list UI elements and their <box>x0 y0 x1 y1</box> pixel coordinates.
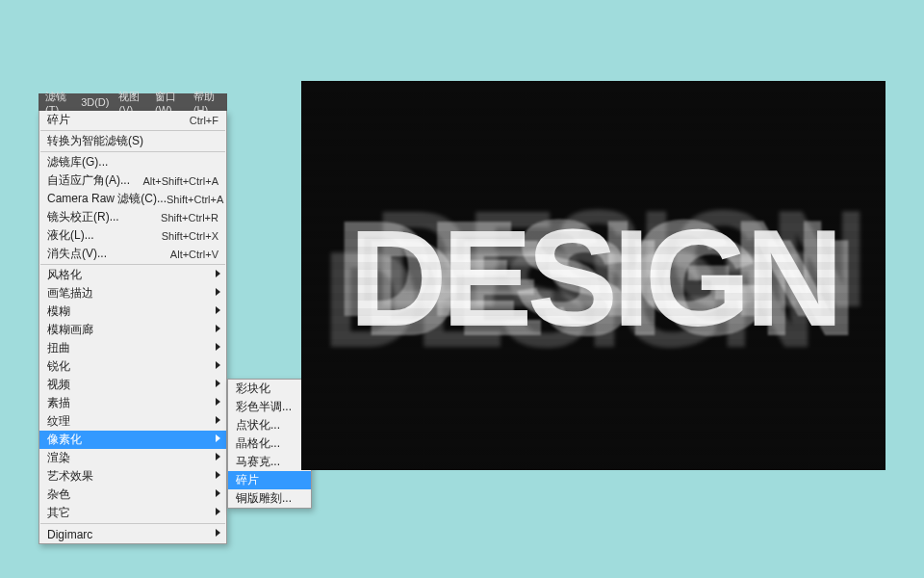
menu-item-label: 素描 <box>47 395 218 411</box>
menu-item[interactable]: 模糊画廊 <box>39 321 226 339</box>
menu-item-label: 画笔描边 <box>47 285 218 302</box>
menu-item[interactable]: Camera Raw 滤镜(C)...Shift+Ctrl+A <box>39 190 226 208</box>
chevron-right-icon <box>216 416 220 424</box>
chevron-right-icon <box>216 529 220 537</box>
menu-item[interactable]: 模糊 <box>39 302 226 321</box>
menu-item[interactable]: 杂色 <box>39 486 226 504</box>
menu-item-label: 扭曲 <box>47 340 218 356</box>
menu-item[interactable]: 液化(L)...Shift+Ctrl+X <box>39 226 226 245</box>
chevron-right-icon <box>216 398 220 406</box>
menu-item[interactable]: 其它 <box>39 504 226 522</box>
menu-item-label: 渲染 <box>47 450 218 466</box>
menu-item-shortcut: Ctrl+F <box>190 115 218 126</box>
canvas-text-ghost: DESIGN <box>362 209 851 367</box>
submenu-item-label: 铜版雕刻... <box>236 490 303 507</box>
menu-item[interactable]: 纹理 <box>39 412 226 431</box>
submenu-item[interactable]: 彩块化 <box>228 380 311 398</box>
menu-item-label: 消失点(V)... <box>47 246 170 262</box>
menu-item-label: 锐化 <box>47 358 218 375</box>
menu-item-shortcut: Shift+Ctrl+X <box>162 230 218 242</box>
submenu-item[interactable]: 晶格化... <box>228 434 311 453</box>
filter-dropdown: 碎片Ctrl+F转换为智能滤镜(S)滤镜库(G)...自适应广角(A)...Al… <box>38 111 227 544</box>
menu-item[interactable]: 自适应广角(A)...Alt+Shift+Ctrl+A <box>39 171 226 190</box>
menu-item[interactable]: 画笔描边 <box>39 284 226 302</box>
menu-separator <box>40 264 225 265</box>
menu-item-label: 其它 <box>47 505 218 521</box>
menu-item-label: 碎片 <box>47 112 190 128</box>
menu-separator <box>40 151 225 152</box>
canvas-text-ghost: DESIGN <box>335 190 824 348</box>
canvas-text-ghost: DESIGN <box>373 180 862 338</box>
menu-item-label: 自适应广角(A)... <box>47 172 142 189</box>
menu-item[interactable]: 镜头校正(R)...Shift+Ctrl+R <box>39 208 226 226</box>
menu-item-label: 模糊 <box>47 303 218 320</box>
menu-item[interactable]: 像素化 <box>39 431 226 449</box>
submenu-item[interactable]: 点状化... <box>228 416 311 434</box>
menu-item[interactable]: 风格化 <box>39 266 226 284</box>
menu-item[interactable]: 渲染 <box>39 449 226 467</box>
menu-item[interactable]: 素描 <box>39 394 226 412</box>
menu-item-label: 艺术效果 <box>47 468 218 485</box>
chevron-right-icon <box>216 361 220 369</box>
menu-item[interactable]: 扭曲 <box>39 339 226 357</box>
menu-item-label: Camera Raw 滤镜(C)... <box>47 191 167 207</box>
menu-separator <box>40 130 225 131</box>
chevron-right-icon <box>216 270 220 277</box>
chevron-right-icon <box>216 380 220 387</box>
pixelate-submenu: 彩块化彩色半调...点状化...晶格化...马赛克...碎片铜版雕刻... <box>227 379 312 509</box>
submenu-item-label: 彩色半调... <box>236 399 303 415</box>
menu-separator <box>40 523 225 524</box>
chevron-right-icon <box>216 288 220 296</box>
submenu-item-label: 彩块化 <box>236 381 303 397</box>
menu-item[interactable]: 艺术效果 <box>39 467 226 486</box>
menu-item-shortcut: Shift+Ctrl+A <box>167 194 223 205</box>
app-menubar: 滤镜(T) 3D(D) 视图(V) 窗口(W) 帮助(H) <box>38 93 227 111</box>
menu-item[interactable]: 滤镜库(G)... <box>39 153 226 171</box>
chevron-right-icon <box>216 489 220 497</box>
chevron-right-icon <box>216 325 220 332</box>
menu-item-shortcut: Alt+Ctrl+V <box>170 249 218 260</box>
menu-item[interactable]: 转换为智能滤镜(S) <box>39 132 226 150</box>
submenu-item[interactable]: 铜版雕刻... <box>228 489 311 508</box>
menu-item-shortcut: Shift+Ctrl+R <box>161 212 218 223</box>
document-canvas: DESIGN DESIGN DESIGN DESIGN DESIGN <box>301 81 886 470</box>
chevron-right-icon <box>216 508 220 515</box>
menu-item[interactable]: 锐化 <box>39 357 226 376</box>
menu-item[interactable]: 视频 <box>39 376 226 394</box>
chevron-right-icon <box>216 306 220 314</box>
submenu-item-label: 晶格化... <box>236 435 303 452</box>
menu-item[interactable]: 碎片Ctrl+F <box>39 111 226 129</box>
menu-item-label: 转换为智能滤镜(S) <box>47 133 218 149</box>
chevron-right-icon <box>216 434 220 442</box>
chevron-right-icon <box>216 453 220 460</box>
chevron-right-icon <box>216 343 220 351</box>
menu-item-label: 纹理 <box>47 413 218 430</box>
submenu-item[interactable]: 马赛克... <box>228 453 311 471</box>
menu-item-label: 液化(L)... <box>47 227 162 244</box>
menu-item-label: 像素化 <box>47 432 218 448</box>
submenu-item[interactable]: 彩色半调... <box>228 398 311 416</box>
submenu-item-label: 马赛克... <box>236 454 303 470</box>
menu-item-label: 模糊画廊 <box>47 322 218 338</box>
submenu-item-label: 碎片 <box>236 472 303 488</box>
menu-item-shortcut: Alt+Shift+Ctrl+A <box>142 175 218 187</box>
canvas-text: DESIGN <box>348 199 837 357</box>
menu-item[interactable]: 消失点(V)...Alt+Ctrl+V <box>39 245 226 263</box>
menu-item-label: 风格化 <box>47 267 218 283</box>
menu-item-label: 杂色 <box>47 486 218 503</box>
canvas-text-ghost: DESIGN <box>321 221 810 379</box>
menu-item-label: 视频 <box>47 377 218 393</box>
menubar-item-3d[interactable]: 3D(D) <box>76 96 114 108</box>
menu-item-label: 滤镜库(G)... <box>47 154 218 171</box>
submenu-item-label: 点状化... <box>236 417 303 434</box>
menu-item[interactable]: Digimarc <box>39 525 226 543</box>
chevron-right-icon <box>216 471 220 479</box>
menu-item-label: 镜头校正(R)... <box>47 209 161 225</box>
menu-item-label: Digimarc <box>47 528 218 541</box>
submenu-item[interactable]: 碎片 <box>228 471 311 489</box>
